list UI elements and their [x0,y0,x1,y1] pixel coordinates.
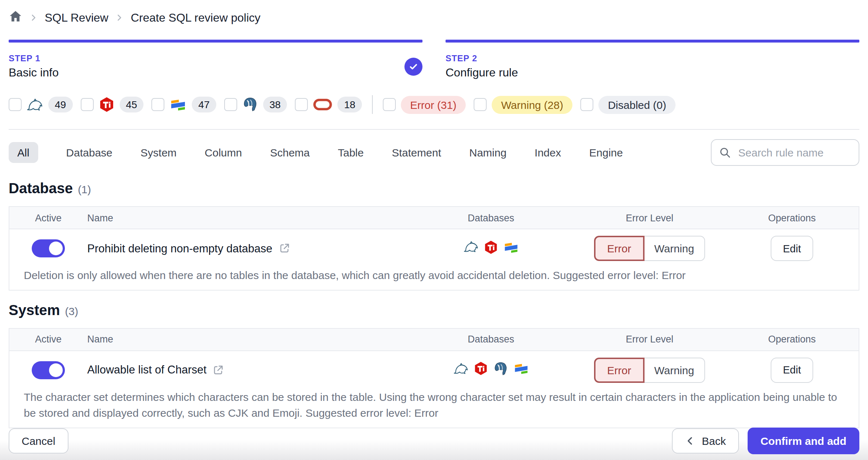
footer-action-bar: Cancel Back Confirm and add [9,428,859,454]
system-rules-table: Active Name Databases Error Level Operat… [9,328,859,428]
column-operations: Operations [725,334,859,345]
database-section-heading: Database (1) [9,180,859,197]
breadcrumb-sql-review[interactable]: SQL Review [45,11,108,24]
home-icon[interactable] [9,9,22,26]
tab-table[interactable]: Table [338,146,364,159]
edit-button[interactable]: Edit [771,357,813,382]
error-level-error-button[interactable]: Error [594,236,644,261]
postgresql-checkbox[interactable] [224,98,237,111]
filter-tidb: 45 [80,97,143,112]
system-section-title: System [9,302,60,318]
breadcrumb-chevron-icon [115,13,124,22]
disabled-level-checkbox[interactable] [580,98,593,111]
postgresql-count-badge: 38 [263,97,287,112]
tidb-checkbox[interactable] [80,98,93,111]
tab-column[interactable]: Column [205,146,242,159]
filter-divider [372,95,373,114]
tidb-icon [483,240,498,257]
filter-oracle: 18 [295,97,362,112]
column-databases: Databases [408,212,574,223]
filter-warning-level: Warning (28) [474,96,572,114]
step-1-completed-check-icon [404,57,422,75]
oceanbase-icon [503,239,519,258]
mysql-icon [27,96,43,113]
system-section-heading: System (3) [9,302,859,318]
column-error-level: Error Level [574,334,725,345]
step-1-label: STEP 1 [9,53,59,63]
column-active: Active [9,212,87,223]
error-level-error-button[interactable]: Error [594,357,644,382]
create-sql-review-policy-page: SQL Review Create SQL review policy STEP… [0,0,868,460]
search-rule-box[interactable] [711,139,859,166]
warning-count-pill[interactable]: Warning (28) [492,96,572,114]
error-level-checkbox[interactable] [383,98,396,111]
filter-oceanbase: 47 [151,96,216,113]
database-section-count: (1) [78,183,91,195]
filter-mysql: 49 [9,96,72,113]
edit-button[interactable]: Edit [771,236,813,261]
rule-description: The character set determines which chara… [9,389,859,427]
tidb-count-badge: 45 [119,97,143,112]
oceanbase-icon [169,96,187,113]
step-2-progress-bar [446,40,859,43]
column-active: Active [9,334,87,345]
step-1: STEP 1 Basic info [9,40,422,79]
warning-level-checkbox[interactable] [474,98,487,111]
mysql-checkbox[interactable] [9,98,22,111]
external-link-icon[interactable] [212,364,225,376]
step-2-title: Configure rule [446,66,518,79]
search-icon [719,146,731,159]
filter-disabled-level: Disabled (0) [580,96,676,114]
breadcrumb-current-page: Create SQL review policy [131,11,261,24]
column-operations: Operations [725,212,859,223]
tab-naming[interactable]: Naming [469,146,506,159]
column-name: Name [87,334,408,345]
postgresql-icon [493,361,508,379]
rule-databases [408,361,574,379]
step-2: STEP 2 Configure rule [446,40,859,79]
tab-statement[interactable]: Statement [392,146,441,159]
tab-engine[interactable]: Engine [589,146,623,159]
error-count-pill[interactable]: Error (31) [401,96,466,114]
mysql-count-badge: 49 [48,97,72,112]
rule-description: Deletion is only allowed when there are … [9,267,859,289]
search-rule-input[interactable] [737,146,851,159]
error-level-segmented-control: Error Warning [594,357,705,382]
system-section-count: (3) [65,305,78,317]
confirm-and-add-button[interactable]: Confirm and add [748,428,859,454]
column-databases: Databases [408,334,574,345]
disabled-count-pill[interactable]: Disabled (0) [598,96,676,114]
tidb-icon [473,361,488,379]
filter-error-level: Error (31) [383,96,466,114]
mysql-icon [453,361,468,379]
tab-schema[interactable]: Schema [270,146,310,159]
oracle-count-badge: 18 [338,97,362,112]
database-rules-table: Active Name Databases Error Level Operat… [9,206,859,290]
oceanbase-checkbox[interactable] [151,98,164,111]
section-divider [9,129,859,130]
breadcrumb: SQL Review Create SQL review policy [9,0,859,26]
rule-active-toggle[interactable] [32,361,65,379]
oracle-checkbox[interactable] [295,98,308,111]
tab-index[interactable]: Index [535,146,561,159]
mysql-icon [463,239,478,257]
tab-system[interactable]: System [141,146,177,159]
error-level-warning-button[interactable]: Warning [644,357,705,382]
rule-name: Prohibit deleting non-empty database [87,242,273,255]
table-header: Active Name Databases Error Level Operat… [9,328,859,351]
column-error-level: Error Level [574,212,725,223]
breadcrumb-chevron-icon [29,13,38,22]
tab-all[interactable]: All [9,142,38,163]
step-2-label: STEP 2 [446,53,518,63]
tab-database[interactable]: Database [66,146,112,159]
oceanbase-icon [513,361,529,379]
error-level-warning-button[interactable]: Warning [644,236,705,261]
external-link-icon[interactable] [278,242,291,255]
column-name: Name [87,212,408,223]
rule-active-toggle[interactable] [32,239,65,257]
back-button[interactable]: Back [672,428,739,454]
table-row: Prohibit deleting non-empty database Err… [9,229,859,267]
oceanbase-count-badge: 47 [192,97,216,112]
error-level-segmented-control: Error Warning [594,236,705,261]
cancel-button[interactable]: Cancel [9,428,68,454]
